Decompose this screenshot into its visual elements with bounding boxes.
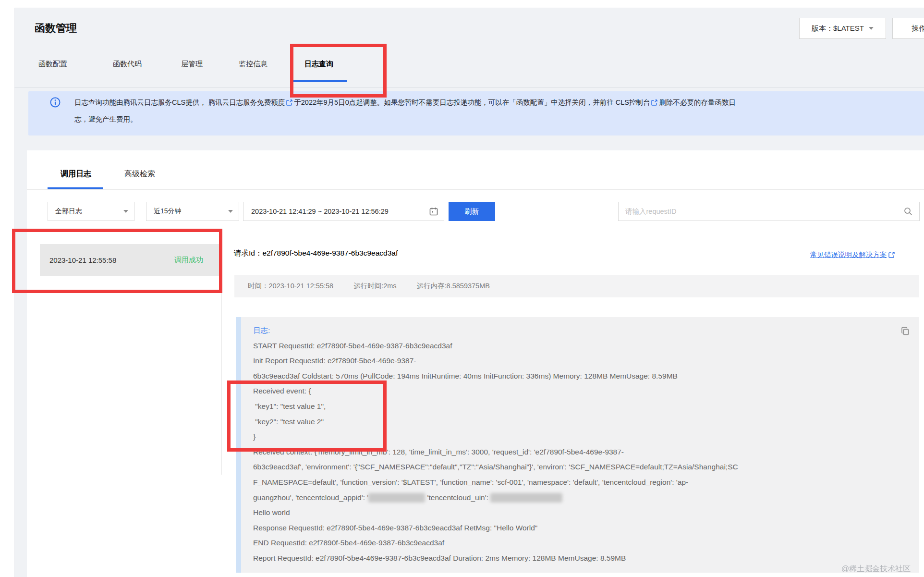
log-line: "key2": "test value 2" <box>253 414 900 430</box>
log-type-value: 全部日志 <box>55 207 82 216</box>
tab-layer-management[interactable]: 层管理 <box>181 60 203 69</box>
log-line: Received event: { <box>253 383 900 399</box>
card-tabs-divider <box>27 189 924 190</box>
search-input[interactable] <box>625 208 904 215</box>
tab-advanced-search[interactable]: 高级检索 <box>124 169 155 179</box>
banner-segment: 于2022年9月5日0点起调整。如果您暂时不需要日志投递功能，可以在「函数配置」… <box>294 98 615 106</box>
calendar-icon <box>429 207 438 216</box>
request-id-value: e2f7890f-5be4-469e-9387-6b3c9eacd3af <box>262 249 398 257</box>
search-icon[interactable] <box>904 207 912 216</box>
external-link-icon <box>651 99 657 106</box>
chevron-down-icon <box>228 210 233 213</box>
log-line-redacted: guangzhou', 'tencentcloud_appid': ' 'ten… <box>253 490 900 505</box>
chevron-down-icon <box>869 27 874 30</box>
external-link-icon <box>888 252 895 258</box>
tab-invocation-logs[interactable]: 调用日志 <box>61 169 91 179</box>
watermark: @稀土掘金技术社区 <box>841 564 911 574</box>
log-line: END RequestId: e2f7890f-5be4-469e-9387-6… <box>253 535 900 551</box>
banner-segment: 志，避免产生费用。 <box>74 115 137 123</box>
copy-icon[interactable] <box>901 327 910 335</box>
action-dropdown[interactable]: 操作 <box>892 18 924 39</box>
log-line: 6b3c9eacd3af Coldstart: 570ms (PullCode:… <box>253 368 900 384</box>
log-line: F_NAMESPACE=default', 'function_version'… <box>253 475 900 490</box>
log-line: Init Report RequestId: e2f7890f-5be4-469… <box>253 353 900 368</box>
meta-duration: 运行时间:2ms <box>353 282 396 291</box>
chevron-down-icon <box>123 210 128 213</box>
list-detail-divider <box>221 230 222 475</box>
time-range-select[interactable]: 近15分钟 <box>146 202 239 221</box>
tab-function-config[interactable]: 函数配置 <box>38 60 67 69</box>
tab-log-query[interactable]: 日志查询 <box>304 60 333 69</box>
date-range-value: 2023-10-21 12:41:29 ~ 2023-10-21 12:56:2… <box>251 208 389 215</box>
page-title: 函数管理 <box>35 21 77 36</box>
redacted-uin <box>490 493 562 503</box>
log-block-accent-strip <box>236 317 241 573</box>
invocation-meta-bar: 时间：2023-10-21 12:55:58 运行时间:2ms 运行内存:8.5… <box>234 275 919 297</box>
date-range-picker[interactable]: 2023-10-21 12:41:29 ~ 2023-10-21 12:56:2… <box>243 202 444 221</box>
banner-segment: 删除不必要的存量函数日 <box>659 98 736 106</box>
banner-segment: 日志查询功能由腾讯云日志服务CLS提供， <box>74 98 208 106</box>
request-id-row: 请求Id：e2f7890f-5be4-469e-9387-6b3c9eacd3a… <box>234 248 398 258</box>
log-line: START RequestId: e2f7890f-5be4-469e-9387… <box>253 338 900 354</box>
log-output-block: 日志: START RequestId: e2f7890f-5be4-469e-… <box>236 317 919 573</box>
request-id-search[interactable] <box>618 202 920 221</box>
cls-quota-link[interactable]: 腾讯云日志服务免费额度 <box>208 98 285 106</box>
log-segment: 'tencentcloud_uin': <box>425 493 490 502</box>
log-list-item[interactable]: 2023-10-21 12:55:58 调用成功 <box>40 244 221 276</box>
banner-text: 日志查询功能由腾讯云日志服务CLS提供， 腾讯云日志服务免费额度于2022年9月… <box>74 94 905 128</box>
error-help-link[interactable]: 常见错误说明及解决方案 <box>810 250 896 259</box>
error-help-label: 常见错误说明及解决方案 <box>810 251 887 258</box>
time-range-value: 近15分钟 <box>154 207 182 216</box>
log-title: 日志: <box>253 323 900 338</box>
log-line: } <box>253 429 900 444</box>
meta-memory: 运行内存:8.5859375MB <box>417 282 490 291</box>
log-line: 6b3c9eacd3af', 'environment': '{"SCF_NAM… <box>253 459 900 475</box>
info-icon <box>50 97 61 108</box>
log-type-select[interactable]: 全部日志 <box>48 202 134 221</box>
external-link-icon <box>286 99 292 106</box>
action-dropdown-label: 操作 <box>912 24 924 33</box>
tab-monitoring[interactable]: 监控信息 <box>239 60 267 69</box>
active-tab-underline <box>293 80 347 82</box>
redacted-appid <box>368 493 425 503</box>
version-dropdown-label: 版本：$LATEST <box>812 24 864 33</box>
meta-time: 时间：2023-10-21 12:55:58 <box>248 282 333 291</box>
log-line: Report RequestId: e2f7890f-5be4-469e-938… <box>253 551 900 566</box>
log-item-time: 2023-10-21 12:55:58 <box>49 256 116 264</box>
log-line: Received context: {'memory_limit_in_mb':… <box>253 444 900 460</box>
log-line: Hello world <box>253 505 900 520</box>
log-segment: guangzhou', 'tencentcloud_appid': ' <box>253 493 368 502</box>
request-id-label: 请求Id： <box>234 249 262 257</box>
tab-function-code[interactable]: 函数代码 <box>113 60 142 69</box>
log-line: Response RequestId: e2f7890f-5be4-469e-9… <box>253 520 900 536</box>
cls-console-link[interactable]: CLS控制台 <box>616 98 650 106</box>
tabs-divider <box>14 87 924 88</box>
log-line: "key1": "test value 1", <box>253 399 900 414</box>
log-item-status: 调用成功 <box>174 256 203 265</box>
version-dropdown[interactable]: 版本：$LATEST <box>799 18 886 39</box>
refresh-button[interactable]: 刷新 <box>449 202 495 221</box>
